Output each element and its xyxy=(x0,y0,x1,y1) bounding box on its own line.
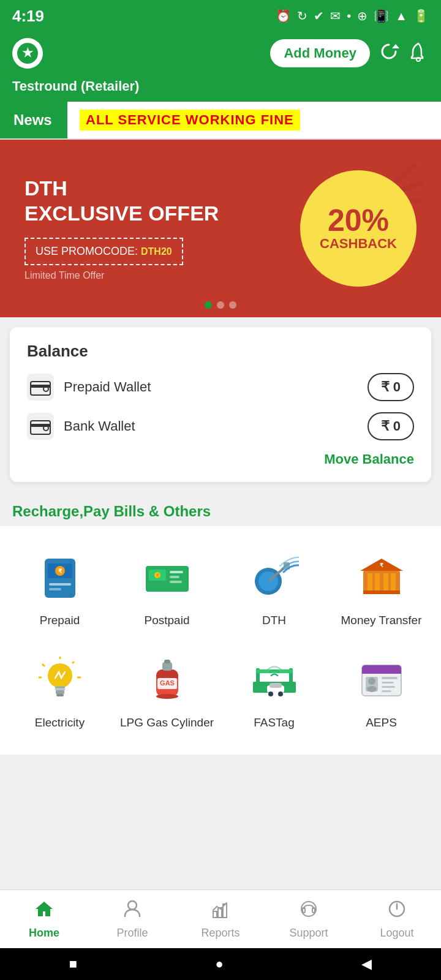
svg-rect-27 xyxy=(170,576,179,578)
lpg-icon: GAS xyxy=(140,653,195,708)
svg-line-43 xyxy=(72,662,74,663)
svg-rect-26 xyxy=(170,571,183,573)
nav-reports[interactable]: Reports xyxy=(176,890,265,948)
app-logo: ★ xyxy=(12,38,43,69)
svg-point-70 xyxy=(368,677,375,685)
svg-rect-49 xyxy=(56,694,64,696)
svg-rect-48 xyxy=(56,690,64,694)
check-icon: ✔ xyxy=(314,9,324,23)
alarm-icon: ⏰ xyxy=(276,9,291,23)
recharge-section-title-bar: Recharge,Pay Bills & Others xyxy=(0,492,441,526)
sync-icon: ↻ xyxy=(297,9,307,23)
service-postpaid[interactable]: ₹ Postpaid xyxy=(113,538,221,641)
cashback-percent: 20% xyxy=(328,205,389,236)
money-transfer-icon: ₹ xyxy=(354,551,409,606)
electricity-label: Electricity xyxy=(35,715,85,731)
news-content: ALL SERVICE WORKING FINE xyxy=(67,102,441,138)
svg-rect-39 xyxy=(363,590,400,594)
android-back-button[interactable]: ◀ xyxy=(361,956,372,972)
svg-rect-13 xyxy=(31,421,50,434)
nav-profile[interactable]: Profile xyxy=(88,890,176,948)
bank-wallet-amount: ₹ 0 xyxy=(368,412,414,440)
android-square-button[interactable]: ■ xyxy=(69,956,77,972)
bottom-navigation: Home Profile Reports xyxy=(0,889,441,948)
news-message: ALL SERVICE WORKING FINE xyxy=(80,110,300,130)
status-bar: 4:19 ⏰ ↻ ✔ ✉ • ⊕ 📳 ▲ 🔋 xyxy=(0,0,441,32)
nav-home[interactable]: Home xyxy=(0,890,88,948)
banner-dot-2 xyxy=(217,301,224,309)
nav-logout[interactable]: Logout xyxy=(353,890,441,948)
promo-code: DTH20 xyxy=(141,246,172,257)
banner-right: 20% CASHBACK xyxy=(300,170,417,287)
prepaid-icon: ₹ xyxy=(32,551,88,606)
svg-rect-37 xyxy=(383,573,388,590)
svg-rect-68 xyxy=(362,669,401,674)
svg-rect-55 xyxy=(162,662,172,671)
service-aeps[interactable]: AEPS xyxy=(328,641,435,743)
home-nav-label: Home xyxy=(29,927,59,940)
aeps-icon xyxy=(354,653,409,708)
prepaid-wallet-left: Prepaid Wallet xyxy=(27,374,151,401)
svg-rect-28 xyxy=(170,581,182,583)
promo-banner: DTHEXCLUSIVE OFFER USE PROMOCODE: DTH20 … xyxy=(0,140,441,317)
banner-dot-3 xyxy=(229,301,236,309)
banner-dots xyxy=(205,301,236,309)
service-lpg[interactable]: GAS LPG Gas Cylinder xyxy=(113,641,221,743)
service-prepaid[interactable]: ₹ Prepaid xyxy=(6,538,113,641)
fastag-icon xyxy=(247,653,302,708)
cashback-circle: 20% CASHBACK xyxy=(300,170,417,287)
svg-point-77 xyxy=(128,901,137,910)
prepaid-wallet-icon xyxy=(27,374,54,401)
svg-rect-10 xyxy=(31,382,50,395)
cashback-label: CASHBACK xyxy=(320,236,397,252)
reports-icon xyxy=(211,899,230,923)
service-money-transfer[interactable]: ₹ Money Transfer xyxy=(328,538,435,641)
svg-rect-21 xyxy=(49,588,61,590)
svg-point-3 xyxy=(417,58,420,61)
svg-point-71 xyxy=(367,686,377,692)
logo-area: ★ xyxy=(12,38,43,69)
svg-text:GAS: GAS xyxy=(160,679,175,687)
svg-rect-78 xyxy=(213,911,217,918)
support-nav-label: Support xyxy=(289,927,328,940)
banner-left: DTHEXCLUSIVE OFFER USE PROMOCODE: DTH20 … xyxy=(24,176,219,282)
android-nav-bar: ■ ● ◀ xyxy=(0,948,441,980)
svg-line-44 xyxy=(42,664,45,666)
svg-point-64 xyxy=(268,692,273,696)
svg-point-65 xyxy=(278,692,283,696)
prepaid-wallet-label: Prepaid Wallet xyxy=(64,379,151,395)
notification-button[interactable] xyxy=(408,41,429,66)
svg-rect-50 xyxy=(55,687,65,688)
electricity-icon xyxy=(32,653,88,708)
postpaid-label: Postpaid xyxy=(145,613,190,628)
svg-marker-76 xyxy=(36,902,53,916)
dth-icon xyxy=(247,551,302,606)
svg-rect-75 xyxy=(382,690,391,692)
svg-text:₹: ₹ xyxy=(58,568,62,575)
service-dth[interactable]: DTH xyxy=(221,538,328,641)
status-time: 4:19 xyxy=(12,7,44,26)
add-money-button[interactable]: Add Money xyxy=(270,39,370,67)
dth-label: DTH xyxy=(262,613,286,628)
svg-rect-20 xyxy=(49,583,71,586)
banner-dot-1 xyxy=(205,301,212,309)
signal-icon: ▲ xyxy=(395,9,407,23)
logout-nav-label: Logout xyxy=(380,927,413,940)
balance-card: Balance Prepaid Wallet ₹ 0 xyxy=(10,327,431,482)
status-icons: ⏰ ↻ ✔ ✉ • ⊕ 📳 ▲ 🔋 xyxy=(276,9,429,23)
bank-wallet-left: Bank Wallet xyxy=(27,413,135,440)
refresh-button[interactable] xyxy=(379,41,399,66)
balance-title: Balance xyxy=(27,342,414,361)
svg-rect-38 xyxy=(391,573,396,590)
nav-support[interactable]: Support xyxy=(265,890,353,948)
service-electricity[interactable]: Electricity xyxy=(6,641,113,743)
svg-rect-73 xyxy=(382,682,394,684)
prepaid-label: Prepaid xyxy=(40,613,80,628)
svg-rect-63 xyxy=(270,683,282,688)
svg-marker-2 xyxy=(392,44,399,48)
android-circle-button[interactable]: ● xyxy=(216,956,224,972)
header-actions: Add Money xyxy=(270,39,429,67)
service-fastag[interactable]: FASTag xyxy=(221,641,328,743)
move-balance-link[interactable]: Move Balance xyxy=(27,451,414,467)
header: ★ Add Money xyxy=(0,32,441,78)
